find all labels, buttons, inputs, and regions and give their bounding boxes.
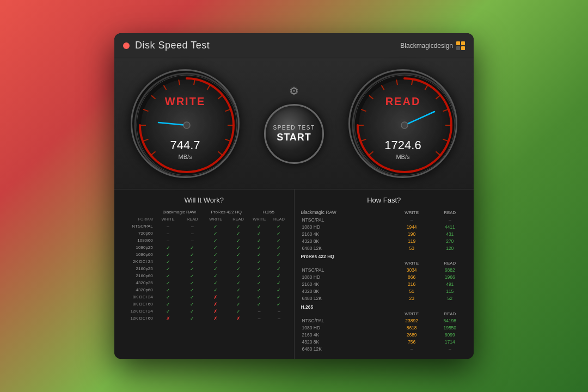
read-gauge-svg: [350, 71, 457, 178]
read-unit: MB/s: [384, 154, 421, 160]
label-cell: 6480 12K: [300, 295, 392, 302]
table-row: 1080 HD861819550: [300, 324, 469, 331]
check-cell: ✓: [249, 237, 270, 244]
check-cell: ✗: [204, 293, 228, 301]
table-row: 2160 4K26896099: [300, 331, 469, 338]
read-gauge-container: READ 1724.6 MB/s: [348, 69, 457, 178]
app-window: Disk Speed Test Blackmagicdesign: [114, 33, 474, 359]
format-cell: 1080p25: [120, 244, 155, 251]
check-cell: –: [155, 230, 181, 237]
gauges-section: WRITE 744.7 MB/s ⚙ SPEED TEST START: [114, 58, 474, 189]
svg-line-32: [443, 139, 448, 141]
table-row: 4320p60✓✓✓✓✓✓: [120, 286, 289, 293]
label-cell: 6480 12K: [300, 345, 392, 352]
table-row: 2160 4K190431: [300, 230, 469, 237]
check-cell: ✓: [270, 244, 288, 251]
check-cell: ✓: [204, 258, 228, 265]
read-gauge: READ 1724.6 MB/s: [348, 69, 457, 178]
table-row: NTSC/PAL––: [300, 216, 469, 223]
check-cell: ✗: [204, 308, 228, 315]
svg-line-5: [151, 95, 156, 99]
hf-read-header: READ: [432, 209, 469, 216]
svg-line-14: [218, 151, 222, 155]
table-row: 4320 8K51115: [300, 288, 469, 295]
check-cell: ✓: [155, 308, 181, 315]
svg-line-34: [405, 112, 434, 125]
table-row: NTSC/PAL––✓✓✓✓: [120, 223, 289, 230]
write-cell: 51: [392, 288, 432, 295]
svg-line-26: [396, 79, 397, 85]
col-headers-row: WRITEREAD: [300, 310, 469, 317]
svg-line-28: [425, 85, 428, 90]
write-cell: 756: [392, 338, 432, 345]
table-row: 4320 8K7561714: [300, 338, 469, 345]
check-cell: –: [155, 223, 181, 230]
check-cell: ✓: [270, 265, 288, 272]
prores-write-header: WRITE: [204, 216, 228, 223]
write-label: WRITE: [165, 95, 205, 108]
check-cell: ✓: [155, 258, 181, 265]
write-value-box: 744.7 MB/s: [170, 138, 200, 160]
check-cell: ✓: [155, 251, 181, 258]
read-label: READ: [385, 95, 421, 108]
check-cell: ✓: [228, 265, 249, 272]
read-cell: 431: [432, 230, 469, 237]
write-cell: 216: [392, 281, 432, 288]
check-cell: ✗: [204, 315, 228, 322]
write-cell: 53: [392, 244, 432, 252]
svg-point-35: [401, 122, 408, 128]
start-button[interactable]: SPEED TEST START: [264, 104, 324, 164]
write-value: 744.7: [170, 138, 200, 152]
check-cell: ✓: [249, 265, 270, 272]
center-controls: ⚙ SPEED TEST START: [264, 83, 324, 164]
svg-line-1: [151, 151, 156, 155]
check-cell: ✓: [249, 244, 270, 251]
read-value-box: 1724.6 MB/s: [384, 138, 421, 160]
svg-point-16: [183, 122, 190, 128]
check-cell: ✓: [228, 223, 249, 230]
how-fast-table: Blackmagic RAW WRITE READ NTSC/PAL––1080…: [300, 209, 469, 352]
check-cell: ✓: [249, 223, 270, 230]
check-cell: ✓: [204, 265, 228, 272]
check-cell: –: [181, 223, 204, 230]
svg-line-4: [143, 109, 148, 111]
table-row: 2160p60✓✓✓✓✓✓: [120, 272, 289, 279]
read-cell: 19550: [432, 324, 469, 331]
write-cell: 8618: [392, 324, 432, 331]
check-cell: ✓: [249, 286, 270, 293]
check-cell: ✓: [270, 272, 288, 279]
window-title: Disk Speed Test: [135, 40, 210, 51]
close-button[interactable]: [123, 42, 130, 49]
check-cell: ✓: [228, 244, 249, 251]
will-it-work-title: Will It Work?: [120, 196, 289, 204]
label-cell: NTSC/PAL: [300, 317, 392, 324]
codec-col-header: Blackmagic RAW: [300, 209, 392, 216]
check-cell: ✓: [228, 272, 249, 279]
how-fast-title: How Fast?: [300, 196, 469, 204]
check-cell: ✓: [181, 265, 204, 272]
check-cell: ✓: [155, 301, 181, 308]
blank-cell: [300, 260, 392, 267]
label-cell: 4320 8K: [300, 288, 392, 295]
write-cell: 1944: [392, 223, 432, 230]
check-cell: ✓: [204, 237, 228, 244]
check-cell: ✓: [249, 230, 270, 237]
logo-sq-4: [461, 46, 465, 50]
format-cell: 720p60: [120, 230, 155, 237]
table-row: 1080p25✓✓✓✓✓✓: [120, 244, 289, 251]
section-name: ProRes 422 HQ: [300, 252, 469, 260]
titlebar: Disk Speed Test Blackmagicdesign: [114, 33, 474, 58]
check-cell: ✓: [155, 279, 181, 286]
gear-icon[interactable]: ⚙: [286, 83, 302, 99]
svg-line-33: [436, 151, 440, 155]
svg-line-7: [179, 79, 180, 85]
check-cell: ✓: [181, 272, 204, 279]
blank-cell: [300, 310, 392, 317]
read-cell: 6099: [432, 331, 469, 338]
format-cell: 2K DCI 24: [120, 258, 155, 265]
check-cell: ✓: [181, 251, 204, 258]
write-col-label: WRITE: [392, 310, 432, 317]
table-row: 4320p25✓✓✓✓✓✓: [120, 279, 289, 286]
start-line1: SPEED TEST: [273, 125, 315, 131]
will-it-work-table: Blackmagic RAW ProRes 422 HQ H.265 FORMA…: [120, 209, 289, 322]
